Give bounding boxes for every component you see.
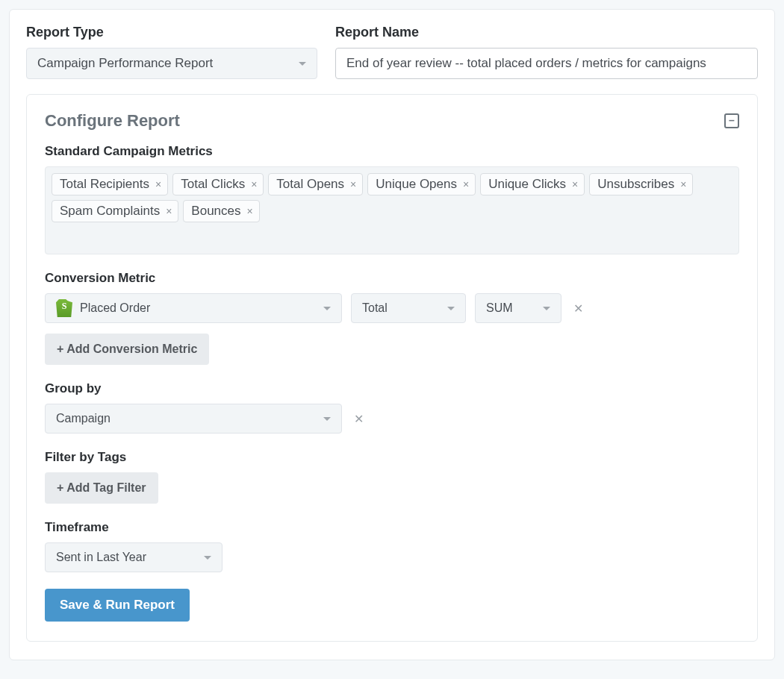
metric-chip: Spam Complaints× <box>52 200 178 222</box>
report-name-input[interactable] <box>335 48 758 79</box>
add-conversion-metric-button[interactable]: + Add Conversion Metric <box>45 334 209 365</box>
metric-chip: Total Opens× <box>268 173 363 195</box>
group-by-value: Campaign <box>56 412 111 425</box>
standard-metrics-well[interactable]: Total Recipients×Total Clicks×Total Open… <box>45 166 739 254</box>
timeframe-value: Sent in Last Year <box>56 551 146 564</box>
metric-chip-label: Total Clicks <box>181 177 245 192</box>
metric-chip: Unsubscribes× <box>589 173 693 195</box>
remove-chip-icon[interactable]: × <box>680 178 686 190</box>
conversion-metric-row: Placed Order Total SUM ✕ <box>45 293 739 323</box>
remove-chip-icon[interactable]: × <box>572 178 578 190</box>
group-by-section: Group by Campaign ✕ <box>45 381 739 434</box>
configure-report-panel: Configure Report Standard Campaign Metri… <box>26 94 758 642</box>
save-run-report-button[interactable]: Save & Run Report <box>45 589 190 622</box>
filter-by-tags-label: Filter by Tags <box>45 450 739 465</box>
timeframe-select[interactable]: Sent in Last Year <box>45 542 223 572</box>
remove-conversion-icon[interactable]: ✕ <box>570 298 586 319</box>
collapse-icon[interactable] <box>724 113 739 128</box>
conversion-metric-label: Conversion Metric <box>45 271 739 286</box>
group-by-select[interactable]: Campaign <box>45 404 342 434</box>
chevron-down-icon <box>323 417 331 421</box>
remove-chip-icon[interactable]: × <box>247 205 253 217</box>
chevron-down-icon <box>299 62 306 66</box>
report-type-select[interactable]: Campaign Performance Report <box>26 48 317 79</box>
remove-chip-icon[interactable]: × <box>350 178 356 190</box>
remove-chip-icon[interactable]: × <box>463 178 469 190</box>
report-builder-card: Report Type Campaign Performance Report … <box>9 9 775 660</box>
shopify-icon <box>56 299 72 317</box>
report-type-field: Report Type Campaign Performance Report <box>26 25 317 79</box>
conversion-metric-section: Conversion Metric Placed Order Total SUM <box>45 271 739 365</box>
conversion-metric-select[interactable]: Placed Order <box>45 293 342 323</box>
metric-chip-label: Bounces <box>191 204 240 219</box>
standard-metrics-section: Standard Campaign Metrics Total Recipien… <box>45 144 739 254</box>
metric-chip-label: Unique Opens <box>376 177 457 192</box>
chevron-down-icon <box>543 307 550 310</box>
remove-chip-icon[interactable]: × <box>251 178 257 190</box>
conversion-aggregation-value: SUM <box>486 301 513 315</box>
report-header-row: Report Type Campaign Performance Report … <box>26 25 758 79</box>
metric-chip-label: Total Recipients <box>60 177 149 192</box>
metric-chip-label: Unique Clicks <box>488 177 566 192</box>
timeframe-label: Timeframe <box>45 520 739 535</box>
chevron-down-icon <box>447 307 455 310</box>
group-by-row: Campaign ✕ <box>45 404 739 434</box>
group-by-label: Group by <box>45 381 739 396</box>
metric-chip: Unique Opens× <box>367 173 476 195</box>
conversion-aggregation-select[interactable]: SUM <box>475 293 561 323</box>
remove-chip-icon[interactable]: × <box>166 205 172 217</box>
configure-report-header: Configure Report <box>45 111 739 131</box>
chevron-down-icon <box>204 556 211 560</box>
report-name-label: Report Name <box>335 25 758 40</box>
report-type-value: Campaign Performance Report <box>37 56 213 71</box>
standard-metrics-label: Standard Campaign Metrics <box>45 144 739 159</box>
timeframe-section: Timeframe Sent in Last Year <box>45 520 739 572</box>
conversion-metric-value: Placed Order <box>80 301 150 315</box>
metric-chip-label: Spam Complaints <box>60 204 160 219</box>
remove-chip-icon[interactable]: × <box>155 178 161 190</box>
chevron-down-icon <box>323 307 331 310</box>
configure-report-title: Configure Report <box>45 111 180 131</box>
conversion-scope-select[interactable]: Total <box>351 293 466 323</box>
report-type-label: Report Type <box>26 25 317 40</box>
metric-chip-label: Total Opens <box>276 177 344 192</box>
metric-chip: Bounces× <box>183 200 259 222</box>
remove-group-by-icon[interactable]: ✕ <box>351 409 367 429</box>
metric-chip: Total Recipients× <box>52 173 168 195</box>
metric-chip: Total Clicks× <box>172 173 264 195</box>
report-name-field: Report Name <box>335 25 758 79</box>
metric-chip-label: Unsubscribes <box>597 177 674 192</box>
conversion-scope-value: Total <box>362 301 388 315</box>
filter-by-tags-section: Filter by Tags + Add Tag Filter <box>45 450 739 504</box>
add-tag-filter-button[interactable]: + Add Tag Filter <box>45 472 158 504</box>
metric-chip: Unique Clicks× <box>480 173 585 195</box>
